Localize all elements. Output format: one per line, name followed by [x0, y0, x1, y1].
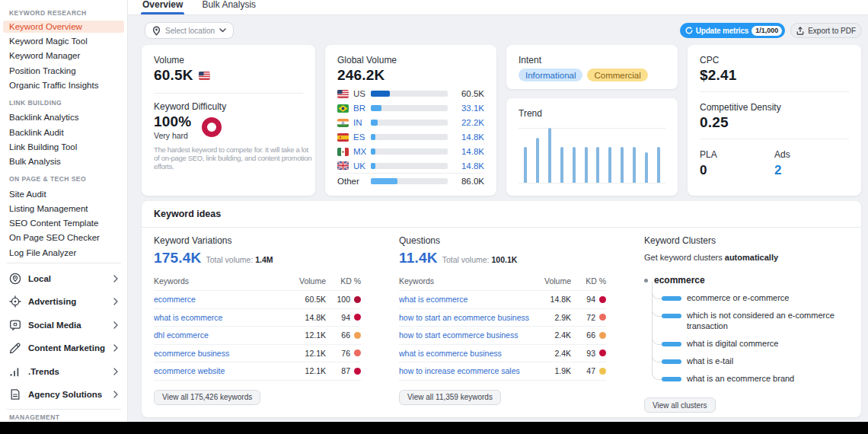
kd-dot-icon: [599, 332, 606, 339]
sidebar-item-on-page-seo-checker[interactable]: On Page SEO Checker: [0, 231, 127, 245]
keyword-volume: 14.8K: [286, 308, 326, 327]
ads-value: 2: [774, 163, 849, 178]
kd-dot-icon: [599, 349, 606, 356]
sidebar-item-organic-traffic-insights[interactable]: Organic Traffic Insights: [0, 78, 127, 92]
sidebar-section-label: ON PAGE & TECH SEO: [0, 174, 127, 184]
view-all-variations-button[interactable]: View all 175,426 keywords: [154, 390, 260, 405]
sidebar-tool-label: Advertising: [28, 297, 76, 306]
trend-card: Trend: [506, 98, 678, 196]
view-all-clusters-button[interactable]: View all clusters: [644, 397, 716, 413]
intent-badge-commercial[interactable]: Commercial: [587, 69, 647, 81]
sidebar-item-social-media[interactable]: Social Media: [0, 313, 127, 337]
sidebar-section-label: MANAGEMENT: [0, 413, 127, 422]
sidebar-item-local[interactable]: Local: [0, 266, 127, 290]
intent-trend-column: Intent InformationalCommercial Trend: [506, 45, 678, 196]
total-volume-value: 1.4M: [255, 255, 273, 264]
sidebar-item-bulk-analysis[interactable]: Bulk Analysis: [0, 155, 127, 169]
variations-row: ecommerce 60.5K 100: [154, 291, 361, 309]
volume-bar-fill: [371, 134, 375, 140]
sidebar-item-backlink-analytics[interactable]: Backlink Analytics: [0, 110, 127, 125]
keyword-link[interactable]: ecommerce website: [154, 362, 286, 381]
country-code[interactable]: UK: [353, 161, 371, 171]
keyword-link[interactable]: dhl ecommerce: [154, 327, 286, 345]
variations-row: what is ecommerce 14.8K 94: [154, 308, 361, 327]
cluster-keyword[interactable]: what is e-tail: [687, 356, 733, 366]
keyword-ideas-card: Keyword ideas Keyword Variations 175.4K …: [142, 201, 861, 417]
sidebar-item-keyword-manager[interactable]: Keyword Manager: [0, 49, 127, 63]
questions-column: Questions 11.4K Total volume: 100.1K Key…: [399, 235, 621, 413]
keyword-link[interactable]: ecommerce business: [154, 344, 286, 362]
intent-badge-informational[interactable]: Informational: [519, 69, 582, 81]
tab-overview[interactable]: Overview: [142, 0, 183, 14]
variations-row: ecommerce business 12.1K 76: [154, 344, 361, 362]
sidebar-item-position-tracking[interactable]: Position Tracking: [0, 63, 127, 78]
view-all-questions-button[interactable]: View all 11,359 keywords: [399, 390, 501, 405]
country-code[interactable]: IN: [353, 118, 371, 127]
country-volume-value: 60.5K: [448, 89, 484, 98]
select-location-dropdown[interactable]: Select location: [145, 22, 234, 39]
kd-label: Very hard: [154, 131, 191, 140]
sidebar-item-content-marketing[interactable]: Content Marketing: [0, 337, 127, 360]
flag-uk-icon: [337, 161, 349, 170]
sidebar-item-advertising[interactable]: Advertising: [0, 290, 127, 314]
update-metrics-button[interactable]: Update metrics 1/1,000: [680, 23, 785, 38]
cluster-keyword[interactable]: what is digital commerce: [687, 338, 778, 349]
keywords-column-header: Keywords: [154, 276, 286, 291]
sidebar-item-link-building-tool[interactable]: Link Building Tool: [0, 139, 127, 154]
sidebar-item-site-audit[interactable]: Site Audit: [0, 187, 127, 201]
tab-bulk-analysis[interactable]: Bulk Analysis: [202, 0, 256, 14]
volume-bar-fill: [371, 163, 375, 169]
keyword-ideas-title: Keyword ideas: [142, 201, 861, 228]
kd-dot-icon: [599, 314, 606, 321]
trend-bar-12: [657, 147, 660, 183]
sidebar-item-keyword-overview[interactable]: Keyword Overview: [3, 21, 124, 33]
divider: [700, 139, 849, 139]
volume-bar-track: [371, 105, 448, 111]
volume-bar-fill: [371, 105, 381, 111]
update-metrics-label: Update metrics: [696, 27, 748, 35]
cluster-keyword[interactable]: ecommerce or e-commerce: [687, 292, 789, 303]
kd-cell: 87: [326, 366, 361, 375]
trend-bar-2: [536, 138, 539, 183]
volume-bar-track: [371, 120, 448, 126]
cluster-keyword[interactable]: which is not considered an e-commerce tr…: [687, 310, 847, 331]
keyword-link[interactable]: what is ecommerce: [154, 308, 286, 327]
keyword-volume: 12.1K: [286, 327, 326, 345]
cluster-keyword[interactable]: what is an ecommerce brand: [687, 373, 794, 384]
local-icon: [9, 273, 21, 285]
sidebar-item-keyword-magic-tool[interactable]: Keyword Magic Tool: [0, 34, 127, 49]
keyword-link[interactable]: how to start ecommerce business: [399, 327, 531, 345]
divider: [700, 91, 849, 92]
sidebar-item-agency-solutions[interactable]: Agency Solutions: [0, 383, 127, 407]
cluster-item: what is e-tail: [652, 356, 847, 366]
total-volume-label: Total volume:: [206, 255, 253, 264]
sidebar-item-trends[interactable]: .Trends: [0, 359, 127, 383]
country-code[interactable]: MX: [353, 147, 371, 156]
sidebar-item-listing-management[interactable]: Listing Management: [0, 201, 127, 215]
cluster-item: which is not considered an e-commerce tr…: [652, 310, 847, 331]
keyword-link[interactable]: how to increase ecommerce sales: [399, 362, 531, 381]
clusters-title: Keyword Clusters: [644, 235, 847, 246]
keyword-link[interactable]: what is ecommerce: [399, 291, 531, 309]
sidebar-item-log-file-analyzer[interactable]: Log File Analyzer: [0, 245, 127, 260]
keyword-link[interactable]: what is ecommerce business: [399, 344, 531, 362]
country-code[interactable]: ES: [353, 132, 371, 142]
export-to-pdf-button[interactable]: Export to PDF: [790, 23, 862, 38]
app-window: KEYWORD RESEARCHKeyword OverviewKeyword …: [0, 0, 868, 434]
kd-dot-icon: [354, 368, 361, 375]
clusters-subtitle-bold: automatically: [725, 253, 778, 262]
trend-bar-7: [596, 147, 599, 183]
kd-value: 93: [586, 349, 595, 358]
country-code[interactable]: BR: [353, 104, 371, 113]
keyword-link[interactable]: how to start an ecommerce business: [399, 308, 531, 327]
volume-bar-fill: [371, 120, 378, 126]
cluster-item: what is digital commerce: [652, 338, 847, 349]
sidebar-item-backlink-audit[interactable]: Backlink Audit: [0, 125, 127, 139]
kd-value: 66: [341, 330, 350, 340]
kd-dot-icon: [354, 314, 361, 321]
keyword-link[interactable]: ecommerce: [154, 291, 286, 309]
main-area: OverviewBulk Analysis Select location Up…: [128, 0, 868, 422]
flag-mx-icon: [337, 148, 349, 156]
sidebar-item-seo-content-template[interactable]: SEO Content Template: [0, 215, 127, 230]
us-flag-icon: [199, 72, 210, 80]
